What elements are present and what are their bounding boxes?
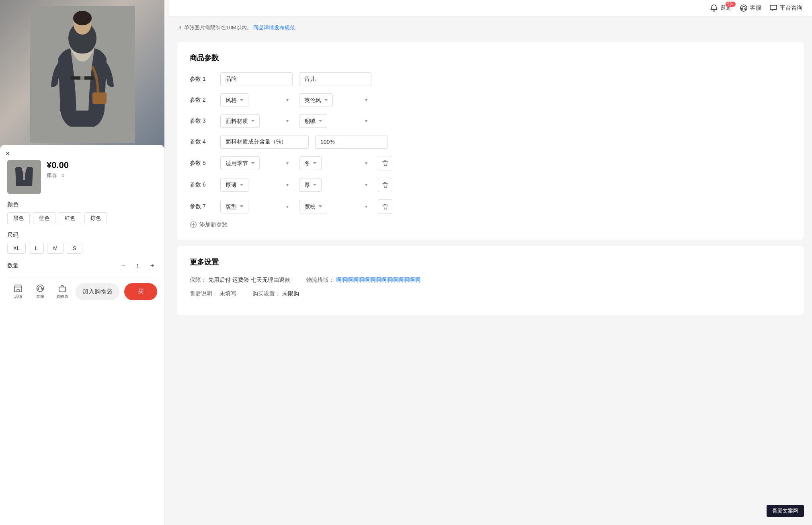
param-value-select-3[interactable]: 貂绒 (299, 114, 327, 128)
bottom-bar: 店铺 客服 购物袋 加入购物袋 买 (7, 277, 157, 304)
param-row-7: 参数 7 版型 ▾ 宽松 ▾ (190, 199, 791, 214)
param-value-4[interactable] (315, 135, 388, 149)
chevron-icon-val-7: ▾ (365, 204, 367, 209)
settings-row-1: 保障： 先用后付 运费险 七天无理由退款 物流模版： 啊啊啊啊啊啊啊啊啊啊啊啊啊… (190, 277, 791, 284)
size-label: 尺码 (7, 232, 157, 239)
service-label: 客服 (36, 294, 44, 299)
alert-btn[interactable]: 逛逛 99+ (710, 4, 732, 12)
svg-rect-15 (38, 288, 39, 290)
param-select-7[interactable]: 版型 (220, 200, 248, 213)
color-tag-black[interactable]: 黑色 (7, 212, 30, 224)
param-input-4[interactable] (220, 135, 309, 149)
size-tag-s[interactable]: S (67, 243, 82, 254)
chevron-icon-3: ▾ (286, 118, 289, 124)
svg-point-7 (73, 11, 92, 25)
color-tag-red[interactable]: 红色 (59, 212, 81, 224)
guarantee-label: 保障： (190, 277, 207, 283)
param-select-wrap-7: 版型 ▾ (220, 200, 293, 213)
params-section-title: 商品参数 (190, 53, 791, 63)
param-value-select-7[interactable]: 宽松 (299, 200, 327, 213)
close-button[interactable]: × (6, 150, 10, 158)
svg-rect-1 (742, 8, 743, 10)
headset-icon (740, 4, 748, 12)
quantity-controls: − 1 + (119, 261, 157, 271)
product-info-row: ¥0.00 库存 0 (7, 157, 157, 194)
param-select-6[interactable]: 厚薄 (220, 178, 248, 192)
top-bar: 逛逛 99+ 客服 平台咨询 (169, 0, 812, 16)
param-value-wrap-2: 英伦风 ▾ (299, 93, 371, 107)
platform-consult-label: 平台咨询 (780, 4, 802, 12)
logistics-item: 物流模版： 啊啊啊啊啊啊啊啊啊啊啊啊啊啊啊 (306, 277, 420, 284)
param-value-wrap-6: 厚 ▾ (299, 178, 371, 192)
product-params-card: 商品参数 参数 1 参数 2 风格 ▾ 英伦风 ▾ (177, 42, 804, 240)
bag-button[interactable]: 购物袋 (51, 284, 73, 299)
param-label-2: 参数 2 (190, 96, 214, 104)
size-tag-l[interactable]: L (29, 243, 44, 254)
purchase-value: 未限购 (282, 290, 299, 297)
color-tag-brown[interactable]: 棕色 (84, 212, 107, 224)
service-icon (36, 284, 45, 293)
chevron-icon-val-6: ▾ (365, 182, 367, 188)
delete-param-7-button[interactable] (378, 199, 392, 214)
guarantee-value: 先用后付 运费险 七天无理由退款 (208, 277, 290, 283)
param-value-1[interactable] (299, 72, 371, 86)
product-stock: 库存 0 (47, 172, 69, 179)
param-input-1[interactable] (220, 72, 293, 86)
param-row-2: 参数 2 风格 ▾ 英伦风 ▾ (190, 93, 791, 107)
svg-rect-11 (7, 160, 41, 194)
watermark: 吾爱文案网 (767, 505, 804, 517)
store-icon (14, 284, 23, 293)
param-label-3: 参数 3 (190, 117, 214, 125)
chat-icon (769, 4, 777, 12)
add-param-button[interactable]: 添加新参数 (190, 221, 228, 228)
color-tags: 黑色 蓝色 红色 棕色 (7, 212, 157, 224)
service-button[interactable]: 客服 (29, 284, 51, 299)
param-select-wrap-3: 面料材质 ▾ (220, 114, 293, 128)
stock-label: 库存 (47, 172, 57, 178)
customer-service-btn[interactable]: 客服 (740, 4, 761, 12)
after-sale-label: 售后说明： (190, 290, 218, 297)
param-select-wrap-5: 适用季节 ▾ (220, 156, 293, 170)
delete-param-6-button[interactable] (378, 178, 392, 192)
param-label-1: 参数 1 (190, 76, 214, 83)
param-row-6: 参数 6 厚薄 ▾ 厚 ▾ (190, 178, 791, 192)
add-param-label: 添加新参数 (199, 221, 228, 228)
quantity-minus-button[interactable]: − (119, 261, 128, 271)
param-value-select-5[interactable]: 冬 (299, 156, 322, 170)
param-value-select-2[interactable]: 英伦风 (299, 93, 333, 107)
purchase-item: 购买设置： 未限购 (252, 290, 299, 297)
bag-icon (58, 284, 67, 293)
svg-rect-2 (745, 8, 746, 10)
buy-button[interactable]: 买 (124, 283, 157, 300)
store-button[interactable]: 店铺 (7, 284, 29, 299)
param-select-2[interactable]: 风格 (220, 93, 248, 107)
param-select-wrap-2: 风格 ▾ (220, 93, 293, 107)
plus-circle-icon (190, 221, 197, 228)
param-label-5: 参数 5 (190, 160, 214, 167)
thumb-image (7, 160, 41, 194)
size-tag-xl[interactable]: XL (7, 243, 26, 254)
param-select-5[interactable]: 适用季节 (220, 156, 260, 170)
param-label-6: 参数 6 (190, 181, 214, 189)
trash-icon-6 (381, 181, 389, 189)
param-value-wrap-5: 冬 ▾ (299, 156, 371, 170)
stock-value: 0 (62, 172, 64, 178)
size-tag-m[interactable]: M (47, 243, 64, 254)
delete-param-5-button[interactable] (378, 156, 392, 170)
param-row-3: 参数 3 面料材质 ▾ 貂绒 ▾ (190, 114, 791, 128)
chevron-icon-7: ▾ (286, 204, 289, 209)
param-select-3[interactable]: 面料材质 (220, 114, 260, 128)
param-value-select-6[interactable]: 厚 (299, 178, 322, 192)
trash-icon-5 (381, 160, 389, 167)
add-to-cart-button[interactable]: 加入购物袋 (76, 283, 119, 300)
color-tag-blue[interactable]: 蓝色 (33, 212, 55, 224)
platform-consult-btn[interactable]: 平台咨询 (769, 4, 802, 12)
banner-link[interactable]: 商品详情发布规范 (253, 25, 295, 31)
more-settings-title: 更多设置 (190, 257, 791, 267)
param-row-1: 参数 1 (190, 72, 791, 86)
quantity-plus-button[interactable]: + (148, 261, 157, 271)
model-image (0, 0, 164, 149)
purchase-label: 购买设置： (252, 290, 281, 297)
svg-rect-3 (770, 5, 777, 10)
product-thumbnail (7, 160, 41, 194)
